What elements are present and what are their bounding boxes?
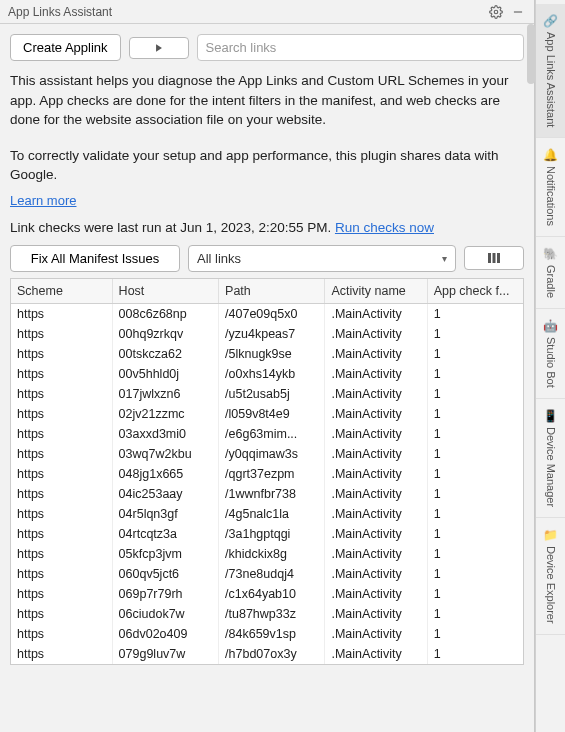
cell-activity: .MainActivity — [325, 444, 427, 464]
side-tab-label: Studio Bot — [545, 337, 557, 388]
table-row[interactable]: https04r5lqn3gf/4g5nalc1la.MainActivity1 — [11, 504, 523, 524]
cell-check: 1 — [427, 324, 523, 344]
scrollbar[interactable] — [527, 24, 535, 84]
cell-path: /73ne8udqj4 — [219, 564, 325, 584]
table-row[interactable]: https05kfcp3jvm/khidckix8g.MainActivity1 — [11, 544, 523, 564]
cell-host: 00hq9zrkqv — [112, 324, 218, 344]
cell-scheme: https — [11, 604, 112, 624]
create-applink-button[interactable]: Create Applink — [10, 34, 121, 61]
view-toggle-button[interactable] — [464, 246, 524, 270]
side-tab-notifications[interactable]: 🔔 Notifications — [536, 138, 565, 237]
gear-icon[interactable] — [488, 4, 504, 20]
cell-check: 1 — [427, 444, 523, 464]
cell-host: 02jv21zzmc — [112, 404, 218, 424]
cell-scheme: https — [11, 524, 112, 544]
cell-host: 00tskcza62 — [112, 344, 218, 364]
cell-host: 048jg1x665 — [112, 464, 218, 484]
cell-path: /407e09q5x0 — [219, 303, 325, 324]
cell-activity: .MainActivity — [325, 504, 427, 524]
search-input[interactable] — [197, 34, 524, 61]
description-2: To correctly validate your setup and app… — [10, 146, 524, 185]
table-row[interactable]: https017jwlxzn6/u5t2usab5j.MainActivity1 — [11, 384, 523, 404]
cell-path: /y0qqimaw3s — [219, 444, 325, 464]
cell-host: 03axxd3mi0 — [112, 424, 218, 444]
cell-check: 1 — [427, 484, 523, 504]
side-tab-gradle[interactable]: 🐘 Gradle — [536, 237, 565, 309]
table-row[interactable]: https00hq9zrkqv/yzu4kpeas7.MainActivity1 — [11, 324, 523, 344]
cell-host: 04rtcqtz3a — [112, 524, 218, 544]
table-row[interactable]: https02jv21zzmc/l059v8t4e9.MainActivity1 — [11, 404, 523, 424]
cell-scheme: https — [11, 324, 112, 344]
cell-host: 060qv5jct6 — [112, 564, 218, 584]
cell-check: 1 — [427, 544, 523, 564]
cell-activity: .MainActivity — [325, 303, 427, 324]
minimize-icon[interactable] — [510, 4, 526, 20]
cell-path: /4g5nalc1la — [219, 504, 325, 524]
col-check[interactable]: App check f... — [427, 279, 523, 304]
table-row[interactable]: https060qv5jct6/73ne8udqj4.MainActivity1 — [11, 564, 523, 584]
cell-activity: .MainActivity — [325, 484, 427, 504]
cell-host: 017jwlxzn6 — [112, 384, 218, 404]
table-row[interactable]: https048jg1x665/qgrt37ezpm.MainActivity1 — [11, 464, 523, 484]
svg-rect-5 — [497, 253, 500, 263]
side-tab-device-explorer[interactable]: 📁 Device Explorer — [536, 518, 565, 635]
cell-host: 069p7r79rh — [112, 584, 218, 604]
cell-path: /5lknugk9se — [219, 344, 325, 364]
elephant-icon: 🐘 — [543, 247, 558, 261]
table-row[interactable]: https04ic253aay/1wwnfbr738.MainActivity1 — [11, 484, 523, 504]
cell-scheme: https — [11, 584, 112, 604]
panel-content: Create Applink This assistant helps you … — [0, 24, 534, 675]
bell-icon: 🔔 — [543, 148, 558, 162]
cell-scheme: https — [11, 404, 112, 424]
cell-activity: .MainActivity — [325, 384, 427, 404]
fix-manifest-button[interactable]: Fix All Manifest Issues — [10, 245, 180, 272]
panel-title: App Links Assistant — [8, 5, 482, 19]
cell-path: /khidckix8g — [219, 544, 325, 564]
table-row[interactable]: https04rtcqtz3a/3a1hgptqgi.MainActivity1 — [11, 524, 523, 544]
top-controls: Create Applink — [10, 34, 524, 61]
cell-scheme: https — [11, 424, 112, 444]
table-row[interactable]: https079g9luv7w/h7bd07ox3y.MainActivity1 — [11, 644, 523, 664]
cell-path: /yzu4kpeas7 — [219, 324, 325, 344]
tool-sidebar: 🔗 App Links Assistant 🔔 Notifications 🐘 … — [535, 0, 565, 732]
side-tab-label: Device Manager — [545, 427, 557, 507]
columns-icon — [487, 252, 501, 264]
table-row[interactable]: https03wq7w2kbu/y0qqimaw3s.MainActivity1 — [11, 444, 523, 464]
table-row[interactable]: https00tskcza62/5lknugk9se.MainActivity1 — [11, 344, 523, 364]
run-button[interactable] — [129, 37, 189, 59]
col-host[interactable]: Host — [112, 279, 218, 304]
cell-check: 1 — [427, 424, 523, 444]
table-row[interactable]: https008c6z68np/407e09q5x0.MainActivity1 — [11, 303, 523, 324]
cell-scheme: https — [11, 484, 112, 504]
description-1: This assistant helps you diagnose the Ap… — [10, 71, 524, 130]
cell-check: 1 — [427, 584, 523, 604]
filter-dropdown[interactable]: All links ▾ — [188, 245, 456, 272]
cell-activity: .MainActivity — [325, 584, 427, 604]
table-row[interactable]: https069p7r79rh/c1x64yab10.MainActivity1 — [11, 584, 523, 604]
table-row[interactable]: https03axxd3mi0/e6g63mim....MainActivity… — [11, 424, 523, 444]
run-checks-link[interactable]: Run checks now — [335, 220, 434, 235]
cell-check: 1 — [427, 384, 523, 404]
learn-more-link[interactable]: Learn more — [10, 193, 524, 208]
cell-path: /h7bd07ox3y — [219, 644, 325, 664]
side-tab-studio-bot[interactable]: 🤖 Studio Bot — [536, 309, 565, 399]
links-table: Scheme Host Path Activity name App check… — [11, 279, 523, 664]
side-tab-label: Notifications — [545, 166, 557, 226]
col-path[interactable]: Path — [219, 279, 325, 304]
filter-row: Fix All Manifest Issues All links ▾ — [10, 245, 524, 272]
col-scheme[interactable]: Scheme — [11, 279, 112, 304]
cell-activity: .MainActivity — [325, 544, 427, 564]
side-tab-device-manager[interactable]: 📱 Device Manager — [536, 399, 565, 518]
side-tab-app-links[interactable]: 🔗 App Links Assistant — [536, 4, 565, 138]
cell-scheme: https — [11, 624, 112, 644]
col-activity[interactable]: Activity name — [325, 279, 427, 304]
table-row[interactable]: https06dv02o409/84k659v1sp.MainActivity1 — [11, 624, 523, 644]
table-row[interactable]: https06ciudok7w/tu87hwp33z.MainActivity1 — [11, 604, 523, 624]
table-row[interactable]: https00v5hhld0j/o0xhs14ykb.MainActivity1 — [11, 364, 523, 384]
folder-icon: 📁 — [543, 528, 558, 542]
app-links-panel: App Links Assistant Create Applink This … — [0, 0, 535, 732]
cell-scheme: https — [11, 303, 112, 324]
cell-path: /84k659v1sp — [219, 624, 325, 644]
cell-activity: .MainActivity — [325, 644, 427, 664]
svg-rect-4 — [493, 253, 496, 263]
